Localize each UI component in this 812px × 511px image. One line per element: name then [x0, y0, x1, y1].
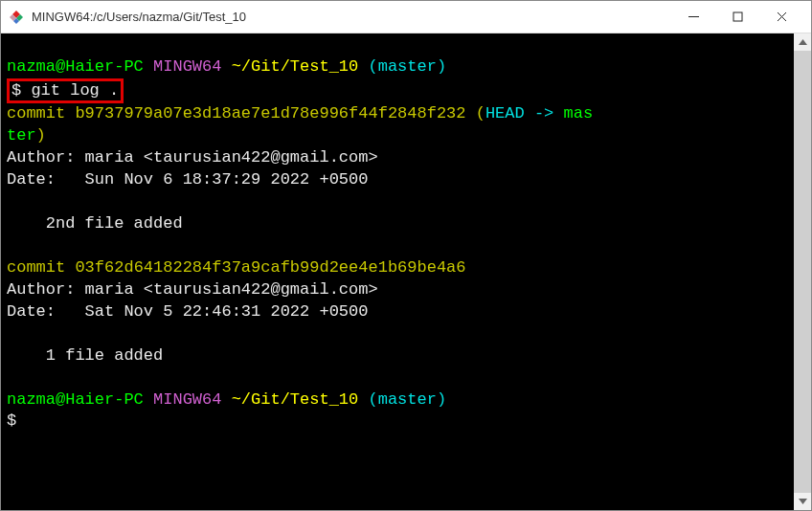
author-line: Author: maria <taurusian422@gmail.com>	[7, 279, 805, 301]
date-line: Date: Sun Nov 6 18:37:29 2022 +0500	[7, 169, 805, 191]
prompt-user-host: nazma@Haier-PC	[7, 390, 144, 409]
terminal-area[interactable]: nazma@Haier-PC MINGW64 ~/Git/Test_10 (ma…	[1, 33, 811, 510]
commit-header-cont: ter)	[7, 125, 805, 147]
window-title: MINGW64:/c/Users/nazma/Git/Test_10	[32, 10, 671, 24]
maximize-button[interactable]	[715, 3, 759, 32]
svg-marker-9	[799, 39, 807, 45]
prompt-symbol: $	[7, 411, 805, 433]
svg-marker-10	[799, 499, 807, 504]
prompt-branch: (master)	[368, 390, 446, 409]
prompt-path: ~/Git/Test_10	[232, 57, 359, 76]
prompt-env: MINGW64	[153, 390, 221, 409]
commit-label: commit	[7, 258, 65, 277]
window-controls	[671, 3, 803, 32]
scrollbar[interactable]	[794, 33, 811, 510]
highlighted-command: $ git log .	[7, 78, 124, 103]
prompt-line: nazma@Haier-PC MINGW64 ~/Git/Test_10 (ma…	[7, 56, 805, 78]
svg-rect-6	[733, 12, 742, 21]
scrollbar-thumb[interactable]	[794, 51, 811, 493]
prompt-env: MINGW64	[153, 57, 221, 76]
commit-message: 1 file added	[7, 345, 805, 367]
commit-message: 2nd file added	[7, 213, 805, 235]
date-line: Date: Sat Nov 5 22:46:31 2022 +0500	[7, 301, 805, 323]
prompt-line: nazma@Haier-PC MINGW64 ~/Git/Test_10 (ma…	[7, 389, 805, 411]
command-line: $ git log .	[7, 78, 805, 103]
close-button[interactable]	[759, 3, 803, 32]
prompt-symbol: $	[11, 81, 21, 100]
ref-paren-close: )	[36, 126, 46, 144]
scrollbar-down-button[interactable]	[794, 493, 811, 510]
prompt-path: ~/Git/Test_10	[232, 390, 359, 409]
commit-header: commit b9737979a07e3d18ae7e1d78e996f44f2…	[7, 103, 805, 125]
branch-ref-cont: ter	[7, 126, 36, 144]
prompt-branch: (master)	[368, 57, 446, 76]
window-titlebar: MINGW64:/c/Users/nazma/Git/Test_10	[1, 1, 811, 33]
app-icon	[9, 10, 24, 25]
minimize-button[interactable]	[671, 3, 715, 32]
ref-paren-open: (	[466, 104, 485, 122]
branch-ref: mas	[564, 104, 594, 122]
scrollbar-up-button[interactable]	[794, 33, 811, 51]
prompt-user-host: nazma@Haier-PC	[7, 57, 144, 76]
author-line: Author: maria <taurusian422@gmail.com>	[7, 147, 805, 169]
commit-hash: 03f62d64182284f37a9cafb99d2ee4e1b69be4a6	[75, 258, 465, 277]
head-ref: HEAD ->	[485, 104, 564, 122]
commit-label: commit	[7, 104, 65, 122]
commit-header: commit 03f62d64182284f37a9cafb99d2ee4e1b…	[7, 257, 805, 279]
commit-hash: b9737979a07e3d18ae7e1d78e996f44f2848f232	[75, 104, 465, 122]
command-text: git log .	[31, 81, 119, 100]
